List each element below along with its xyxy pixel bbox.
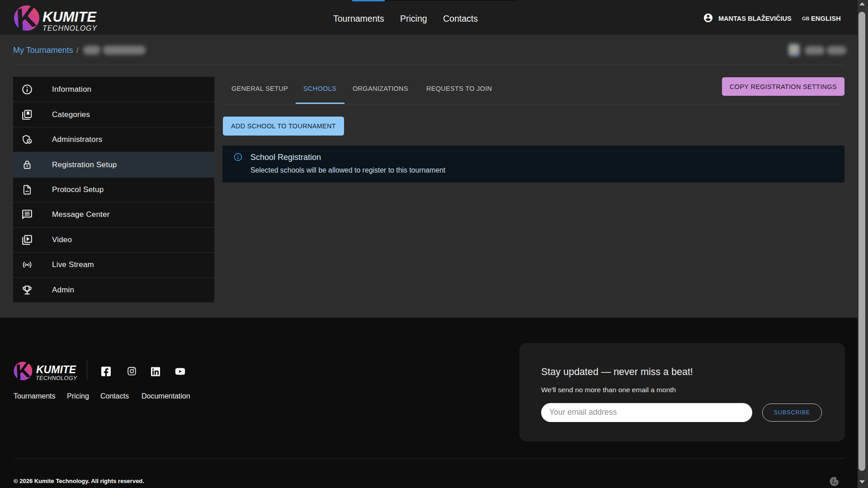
svg-text:TECHNOLOGY: TECHNOLOGY	[42, 24, 97, 31]
svg-text:TECHNOLOGY: TECHNOLOGY	[36, 375, 78, 381]
svg-text:KUMITE: KUMITE	[42, 9, 97, 25]
svg-text:KUMITE: KUMITE	[36, 364, 76, 375]
